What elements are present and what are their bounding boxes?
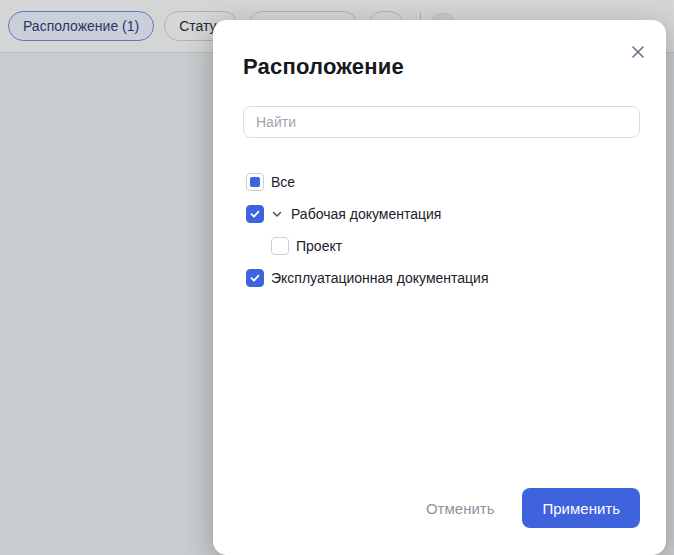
indeterminate-mark [250, 177, 260, 187]
checkbox-all-indeterminate[interactable] [246, 173, 264, 191]
close-x-icon [631, 45, 645, 59]
tree-row-operational-docs[interactable]: Эксплуатационная документация [246, 262, 640, 294]
tree-label-working-docs: Рабочая документация [291, 206, 441, 222]
search-input[interactable] [243, 106, 640, 138]
location-filter-modal: Расположение Все Рабочая документация [213, 20, 666, 555]
chevron-down-icon[interactable] [269, 206, 285, 222]
checkbox-project-unchecked[interactable] [271, 237, 289, 255]
tree-label-all: Все [271, 174, 295, 190]
tree-row-working-docs[interactable]: Рабочая документация [246, 198, 640, 230]
cancel-button[interactable]: Отменить [426, 500, 495, 517]
location-tree: Все Рабочая документация Проект [246, 166, 640, 294]
check-icon [249, 272, 261, 284]
tree-row-all[interactable]: Все [246, 166, 640, 198]
tree-row-project[interactable]: Проект [246, 230, 640, 262]
checkbox-working-docs-checked[interactable] [246, 205, 264, 223]
tree-label-project: Проект [296, 238, 342, 254]
check-icon [249, 208, 261, 220]
modal-title: Расположение [243, 54, 640, 80]
checkbox-operational-docs-checked[interactable] [246, 269, 264, 287]
modal-footer: Отменить Применить [426, 488, 640, 528]
tree-label-operational-docs: Эксплуатационная документация [271, 270, 489, 286]
apply-button[interactable]: Применить [522, 488, 640, 528]
close-icon[interactable] [628, 42, 648, 62]
